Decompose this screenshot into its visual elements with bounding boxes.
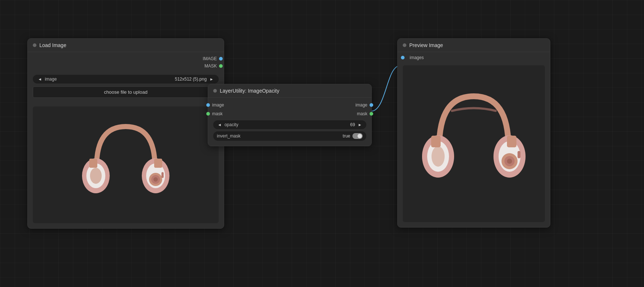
file-selector: ◄ image 512x512 (5).png ► xyxy=(33,75,219,84)
images-input-label: images xyxy=(410,55,424,60)
images-input-dot[interactable] xyxy=(401,56,405,59)
svg-point-18 xyxy=(507,159,512,164)
mask-output-label: MASK xyxy=(204,63,217,69)
preview-image-status-dot xyxy=(403,43,406,47)
mask-output-dot2[interactable] xyxy=(370,112,373,116)
image-output-dot[interactable] xyxy=(219,57,223,61)
image-output-dot2[interactable] xyxy=(370,103,373,107)
preview-image-title: Preview Image xyxy=(409,42,443,48)
mask-input-side: mask xyxy=(208,111,223,116)
file-name-display: 512x512 (5).png xyxy=(59,77,207,82)
svg-rect-19 xyxy=(431,136,441,147)
image-output-port-row: IMAGE xyxy=(28,55,224,62)
file-prev-button[interactable]: ◄ xyxy=(37,77,43,81)
preview-headphone-svg xyxy=(419,78,528,209)
invert-mask-label: invert_mask xyxy=(217,133,340,139)
image-io-row: image image xyxy=(208,101,371,109)
layer-utility-title: LayerUtility: ImageOpacity xyxy=(220,88,279,94)
image-output-label: IMAGE xyxy=(203,56,217,61)
layer-utility-status-dot xyxy=(213,89,217,93)
invert-mask-control: invert_mask true xyxy=(213,131,366,141)
opacity-param-row: ◄ opacity 69 ► xyxy=(213,120,366,129)
svg-rect-8 xyxy=(89,159,97,168)
load-image-preview xyxy=(33,106,219,223)
opacity-decrement-button[interactable]: ◄ xyxy=(217,123,222,127)
invert-mask-toggle[interactable] xyxy=(352,133,363,139)
mask-output-label2: mask xyxy=(357,111,367,116)
load-image-status-dot xyxy=(33,43,36,47)
svg-rect-9 xyxy=(154,159,162,168)
file-field-label: image xyxy=(45,77,57,82)
upload-button[interactable]: choose file to upload xyxy=(33,86,219,98)
opacity-label: opacity xyxy=(225,122,348,127)
preview-image-area xyxy=(403,65,545,222)
load-image-title: Load Image xyxy=(39,42,66,48)
load-image-controls: ◄ image 512x512 (5).png ► choose file to… xyxy=(28,71,224,103)
mask-input-dot[interactable] xyxy=(206,112,210,116)
image-input-dot[interactable] xyxy=(206,103,210,107)
opacity-value: 69 xyxy=(350,122,355,127)
preview-image-node: Preview Image images xyxy=(397,38,550,228)
layer-utility-node: LayerUtility: ImageOpacity image image m… xyxy=(208,84,372,146)
mask-io-row: mask mask xyxy=(208,109,371,118)
file-next-button[interactable]: ► xyxy=(209,77,214,81)
invert-mask-value: true xyxy=(343,133,350,139)
images-input-port-row: images xyxy=(398,52,550,62)
mask-output-side: mask xyxy=(357,111,371,116)
layer-utility-header: LayerUtility: ImageOpacity xyxy=(208,84,371,98)
layer-utility-body: image image mask mask ◄ opacity 69 xyxy=(208,98,371,146)
preview-image-header: Preview Image xyxy=(398,39,550,52)
load-image-header: Load Image xyxy=(28,39,224,52)
mask-output-dot[interactable] xyxy=(219,64,223,68)
load-image-node: Load Image IMAGE MASK ◄ image 512x512 (5… xyxy=(27,38,224,229)
svg-rect-21 xyxy=(518,151,520,158)
svg-rect-10 xyxy=(161,172,164,178)
svg-point-2 xyxy=(90,168,102,184)
mask-output-port-row: MASK xyxy=(28,62,224,70)
svg-point-7 xyxy=(153,177,158,182)
headphone-preview-svg xyxy=(78,112,173,218)
image-output-label2: image xyxy=(355,102,367,108)
opacity-increment-button[interactable]: ► xyxy=(357,123,363,127)
mask-input-label: mask xyxy=(212,111,223,116)
opacity-control: ◄ opacity 69 ► xyxy=(213,120,366,129)
image-input-side: image xyxy=(208,102,224,108)
svg-rect-20 xyxy=(507,136,516,147)
image-input-label: image xyxy=(212,102,224,108)
svg-point-13 xyxy=(432,146,445,167)
image-output-side: image xyxy=(355,102,371,108)
load-image-output-ports: IMAGE MASK xyxy=(28,52,224,71)
invert-mask-param-row: invert_mask true xyxy=(213,131,366,141)
